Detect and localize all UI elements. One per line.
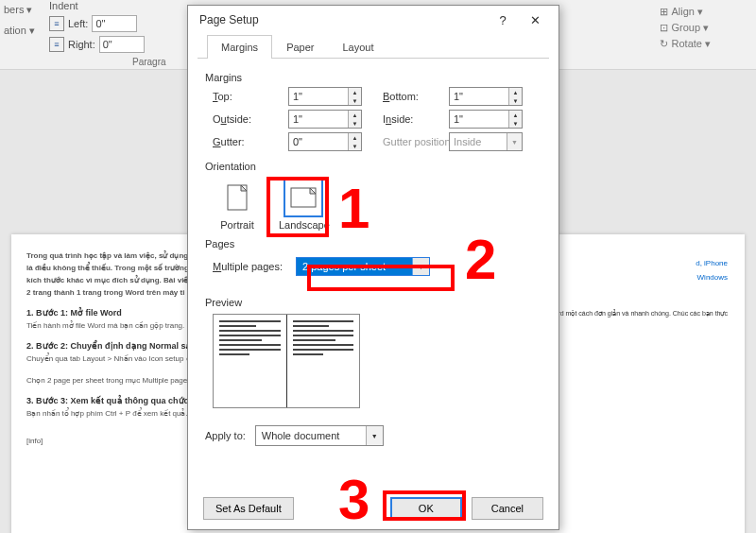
tab-layout[interactable]: Layout xyxy=(328,35,387,59)
bottom-input[interactable]: 1"▲▼ xyxy=(449,87,523,106)
indent-right-input[interactable]: 0" xyxy=(99,36,145,53)
indent-left-label: Left: xyxy=(68,18,88,29)
outside-label: Outside: xyxy=(213,113,271,125)
page-setup-dialog: Page Setup ? ✕ Margins Paper Layout Marg… xyxy=(187,5,559,530)
multipages-select[interactable]: 2 pages per sheet▼ xyxy=(296,257,430,276)
hyphenation-cut[interactable]: ation ▾ xyxy=(4,25,35,37)
gutter-input[interactable]: 0"▲▼ xyxy=(288,132,362,151)
inside-label: Inside: xyxy=(383,113,432,125)
cancel-button[interactable]: Cancel xyxy=(472,497,543,520)
indent-right-label: Right: xyxy=(68,39,95,50)
margins-group-label: Margins xyxy=(205,72,541,83)
outside-input[interactable]: 1"▲▼ xyxy=(288,110,362,129)
line-numbers-cut[interactable]: bers ▾ xyxy=(4,4,32,16)
gutter-label: Gutter: xyxy=(213,136,271,147)
doc-links: d, iPhone Windows ong Word một cách đơn … xyxy=(535,259,728,323)
group-button[interactable]: ⊡Group ▾ xyxy=(660,22,711,34)
top-input[interactable]: 1"▲▼ xyxy=(288,87,362,106)
set-default-button[interactable]: Set As Default xyxy=(203,497,294,520)
gutterpos-label: Gutter position: xyxy=(383,136,432,147)
dialog-titlebar: Page Setup ? ✕ xyxy=(188,6,558,34)
close-button[interactable]: ✕ xyxy=(519,9,551,31)
portrait-icon xyxy=(217,178,257,217)
inside-input[interactable]: 1"▲▼ xyxy=(449,110,523,129)
tab-paper[interactable]: Paper xyxy=(272,35,328,59)
multipages-label: Multiple pages: xyxy=(213,261,283,272)
align-button[interactable]: ⊞Align ▾ xyxy=(660,6,711,18)
portrait-option[interactable]: Portrait xyxy=(213,178,262,231)
help-button[interactable]: ? xyxy=(487,9,519,31)
dialog-tabs: Margins Paper Layout xyxy=(198,34,549,59)
preview-box xyxy=(213,314,360,408)
orientation-label: Orientation xyxy=(205,161,541,172)
top-label: Top: xyxy=(213,91,271,102)
paragraph-section-label: Paragra xyxy=(132,57,166,67)
indent-left-icon: ≡ xyxy=(49,16,64,31)
portrait-label: Portrait xyxy=(220,219,253,231)
indent-label: Indent xyxy=(49,0,145,11)
applyto-label: Apply to: xyxy=(205,430,246,441)
bottom-label: Bottom: xyxy=(383,91,432,102)
tab-margins[interactable]: Margins xyxy=(207,35,272,59)
indent-left-input[interactable]: 0" xyxy=(92,15,137,32)
landscape-label: Landscape xyxy=(279,219,330,231)
applyto-select[interactable]: Whole document▼ xyxy=(255,425,384,446)
landscape-icon xyxy=(284,178,323,217)
dialog-title: Page Setup xyxy=(199,13,487,26)
landscape-option[interactable]: Landscape xyxy=(279,178,328,231)
gutterpos-select: Inside▼ xyxy=(449,132,523,151)
preview-label: Preview xyxy=(205,297,541,308)
indent-right-icon: ≡ xyxy=(49,37,64,52)
ok-button[interactable]: OK xyxy=(390,497,462,520)
rotate-button[interactable]: ↻Rotate ▾ xyxy=(660,38,711,50)
pages-label: Pages xyxy=(205,238,541,249)
